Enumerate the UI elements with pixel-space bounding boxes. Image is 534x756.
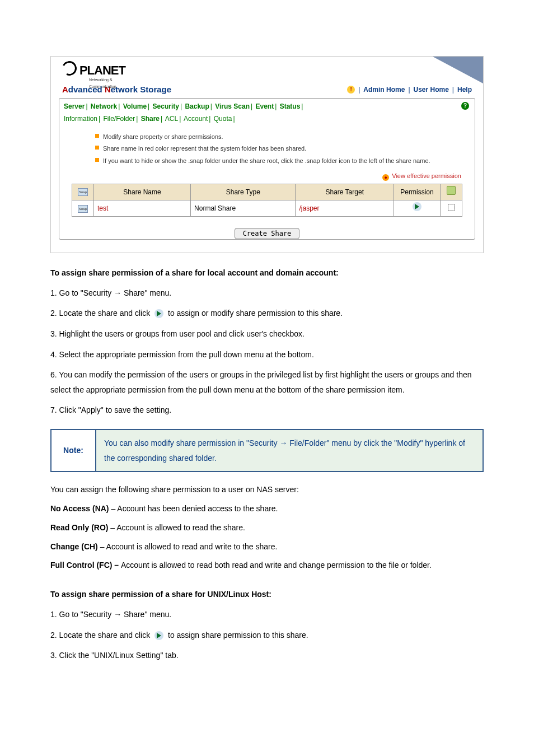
hint-list: Modify share property or share permissio…	[81, 132, 463, 166]
cell-share-name[interactable]: test	[94, 200, 191, 216]
step: 1. Go to "Security → Share" menu.	[50, 607, 484, 622]
link-help[interactable]: Help	[457, 84, 472, 95]
header-corner-decoration	[433, 57, 483, 83]
table-header-row: Snap Share Name Share Type Share Target …	[72, 184, 462, 200]
delete-header-icon	[447, 186, 456, 195]
view-effective-permission[interactable]: ● View effective permission	[59, 170, 475, 184]
subtab-acl[interactable]: ACL	[165, 115, 178, 123]
share-table: Snap Share Name Share Type Share Target …	[72, 184, 462, 217]
tab-volume[interactable]: Volume	[123, 102, 147, 110]
note-body: You can also modify share permission in …	[96, 430, 483, 472]
step: 3. Click the "UNIX/Linux Setting" tab.	[50, 648, 484, 663]
table-row: Snap test Normal Share /jasper	[72, 200, 462, 216]
step: 6. You can modify the permission of the …	[50, 367, 484, 397]
subtab-quota[interactable]: Quota	[214, 115, 232, 123]
step: 7. Click "Apply" to save the setting.	[50, 403, 484, 418]
col-permission: Permission	[394, 184, 441, 200]
document-body: To assign share permission of a share fo…	[50, 267, 484, 663]
perm-intro: You can assign the following share permi…	[50, 483, 484, 497]
perm-def: Full Control (FC) – Account is allowed t…	[50, 559, 484, 572]
view-effective-label: View effective permission	[392, 172, 461, 179]
bullet-icon: ●	[382, 174, 389, 181]
brand-main-text: PLANET	[79, 63, 125, 77]
note-box: Note: You can also modify share permissi…	[50, 429, 484, 472]
permission-icon	[154, 309, 163, 318]
snap-toggle-header-icon: Snap	[78, 188, 88, 196]
perm-def: Change (CH) – Account is allowed to read…	[50, 540, 484, 554]
tab-virus-scan[interactable]: Virus Scan	[215, 102, 250, 110]
hint-item: Share name in red color represent that t…	[103, 143, 463, 154]
help-icon[interactable]: ?	[461, 102, 469, 110]
step: 2. Locate the share and click to assign …	[50, 306, 484, 321]
content-panel: Server| Network| Volume| Security| Backu…	[59, 98, 475, 240]
tab-security[interactable]: Security	[153, 102, 179, 110]
perm-def: No Access (NA) – Account has been denied…	[50, 502, 484, 516]
cell-share-target: /jasper	[296, 200, 394, 216]
app-window: PLANET Networking & Communication Advanc…	[50, 56, 484, 253]
heading-assign-local: To assign share permission of a share fo…	[50, 267, 484, 280]
header-links: ! | Admin Home | User Home | Help	[347, 84, 472, 95]
tab-status[interactable]: Status	[280, 102, 301, 110]
link-admin-home[interactable]: Admin Home	[363, 84, 405, 95]
step: 4. Select the appropriate permission fro…	[50, 347, 484, 362]
col-share-name: Share Name	[94, 184, 191, 200]
col-share-target: Share Target	[296, 184, 394, 200]
subtab-file-folder[interactable]: File/Folder	[104, 115, 135, 123]
delete-checkbox[interactable]	[448, 204, 455, 211]
sub-tabs: Information| File/Folder| Share| ACL| Ac…	[64, 112, 470, 124]
step: 1. Go to "Security → Share" menu.	[50, 286, 484, 301]
tab-network[interactable]: Network	[91, 102, 117, 110]
subtab-share[interactable]: Share	[141, 115, 160, 123]
hint-item: Modify share property or share permissio…	[103, 132, 463, 142]
tab-event[interactable]: Event	[256, 102, 274, 110]
alert-icon[interactable]: !	[347, 86, 355, 94]
brand-logo: PLANET Networking & Communication	[62, 60, 125, 81]
create-share-button[interactable]: Create Share	[235, 228, 300, 239]
step: 3. Highlight the users or groups from us…	[50, 326, 484, 342]
hint-item: If you want to hide or show the .snap fo…	[103, 156, 463, 166]
col-share-type: Share Type	[191, 184, 296, 200]
perm-def: Read Only (RO) – Account is allowed to r…	[50, 521, 484, 535]
link-user-home[interactable]: User Home	[414, 84, 449, 95]
cell-share-type: Normal Share	[191, 200, 296, 216]
permission-icon	[154, 631, 163, 640]
permission-icon[interactable]	[413, 202, 421, 211]
step: 2. Locate the share and click to assign …	[50, 628, 484, 643]
main-tabs: Server| Network| Volume| Security| Backu…	[59, 99, 475, 125]
tab-server[interactable]: Server	[64, 102, 85, 110]
subtab-information[interactable]: Information	[64, 115, 97, 123]
swirl-icon	[60, 59, 78, 77]
subtab-account[interactable]: Account	[184, 115, 208, 123]
brand-sub-text: Networking & Communication	[89, 77, 125, 90]
page-root: PLANET Networking & Communication Advanc…	[0, 56, 534, 691]
snap-toggle-icon[interactable]: Snap	[78, 205, 88, 213]
heading-assign-unix: To assign share permission of a share fo…	[50, 588, 484, 601]
note-label: Note:	[51, 430, 96, 472]
tab-backup[interactable]: Backup	[185, 102, 209, 110]
app-header: PLANET Networking & Communication	[51, 57, 483, 83]
